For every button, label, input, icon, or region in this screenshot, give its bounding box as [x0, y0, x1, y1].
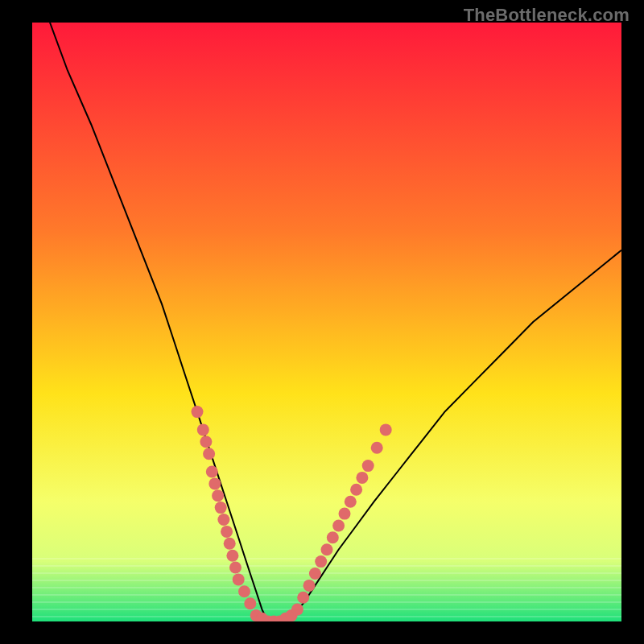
data-dot — [226, 550, 238, 562]
data-dot — [244, 597, 256, 609]
data-dot — [356, 472, 368, 484]
data-dot — [321, 543, 333, 555]
data-dot — [345, 496, 357, 508]
bottleneck-chart — [32, 23, 621, 621]
data-dot — [229, 562, 242, 574]
data-dot — [203, 448, 215, 460]
data-dot — [192, 406, 204, 418]
data-dot — [371, 442, 383, 454]
data-dot — [208, 477, 221, 489]
data-dot — [339, 508, 351, 520]
data-dot — [380, 423, 392, 436]
data-dot — [197, 423, 209, 436]
data-dot — [212, 489, 224, 502]
data-dot — [217, 514, 229, 526]
data-dot — [224, 538, 236, 550]
data-dot — [221, 526, 233, 538]
data-dot — [215, 502, 227, 514]
data-dot — [332, 520, 345, 532]
data-dot — [362, 460, 374, 472]
data-dot — [309, 568, 321, 580]
data-dot — [291, 604, 303, 616]
chart-frame: TheBottleneck.com — [0, 0, 644, 644]
data-dot — [200, 436, 212, 448]
data-dot — [303, 580, 316, 592]
plot-area — [32, 23, 621, 621]
data-dot — [233, 573, 245, 585]
data-dot — [206, 466, 218, 478]
data-dot — [297, 592, 309, 604]
data-dot — [315, 555, 327, 568]
data-dot — [350, 484, 362, 496]
data-dot — [238, 585, 250, 597]
data-dot — [327, 531, 339, 543]
